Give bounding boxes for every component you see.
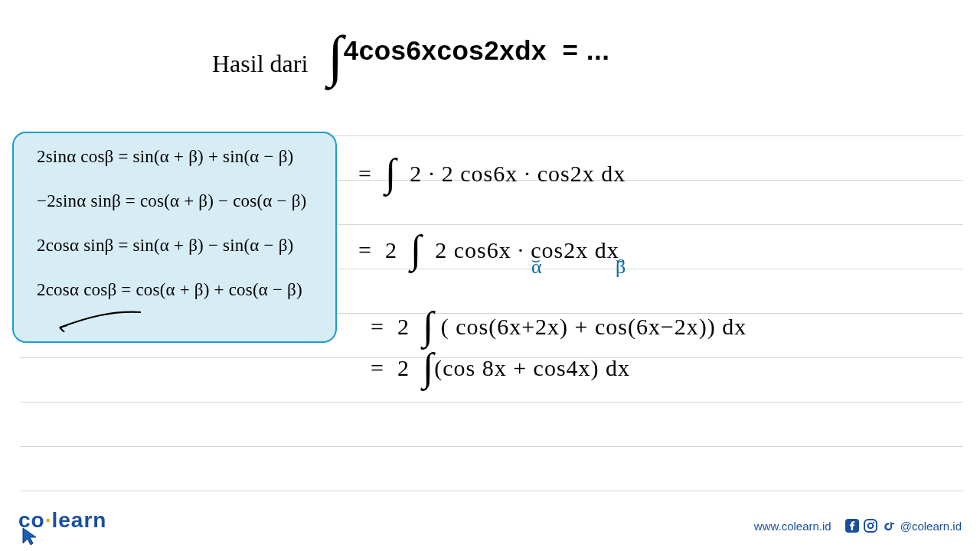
work-line-2: = 2 ∫ 2 cos6x · cos2x dx (358, 222, 619, 267)
footer: co·learn www.colearn.id @colearn.id (18, 508, 962, 533)
identity-row-4: 2cosα cosβ = cos(α + β) + cos(α − β) (37, 280, 322, 300)
footer-handle: @colearn.id (900, 520, 962, 533)
identity-row-3: 2cosα sinβ = sin(α + β) − sin(α − β) (37, 236, 322, 256)
beta-hint: β (616, 256, 626, 279)
swoosh-arrow-icon (51, 309, 150, 332)
footer-right: www.colearn.id @colearn.id (754, 519, 962, 533)
identity-row-2: −2sinα sinβ = cos(α + β) − cos(α − β) (37, 191, 322, 211)
svg-point-2 (867, 523, 873, 529)
svg-point-3 (873, 522, 874, 523)
tiktok-icon (882, 519, 896, 533)
cursor-icon (21, 527, 38, 546)
svg-rect-1 (864, 520, 877, 532)
integrand: 4cos6xcos2xdx (344, 35, 547, 65)
identity-row-1: 2sinα cosβ = sin(α + β) + sin(α − β) (37, 147, 322, 167)
alpha-hint: α (531, 256, 542, 279)
facebook-icon (845, 519, 859, 533)
logo-right: learn (51, 508, 106, 532)
footer-url: www.colearn.id (754, 520, 831, 533)
title-integral: ∫4cos6xcos2xdx = ... (328, 35, 609, 66)
equals-dots: = ... (563, 35, 610, 65)
social-icons: @colearn.id (845, 519, 962, 533)
identity-box: 2sinα cosβ = sin(α + β) + sin(α − β) −2s… (12, 132, 337, 343)
title-prefix: Hasil dari (212, 50, 308, 78)
work-line-4: = 2 ∫(cos 8x + cos4x) dx (371, 340, 630, 385)
work-line-1: = ∫ 2 · 2 cos6x · cos2x dx (358, 145, 626, 191)
work-line-3: = 2 ∫ ( cos(6x+2x) + cos(6x−2x)) dx (371, 298, 746, 344)
page: Hasil dari ∫4cos6xcos2xdx = ... 2sinα co… (0, 0, 980, 551)
instagram-icon (864, 519, 877, 533)
